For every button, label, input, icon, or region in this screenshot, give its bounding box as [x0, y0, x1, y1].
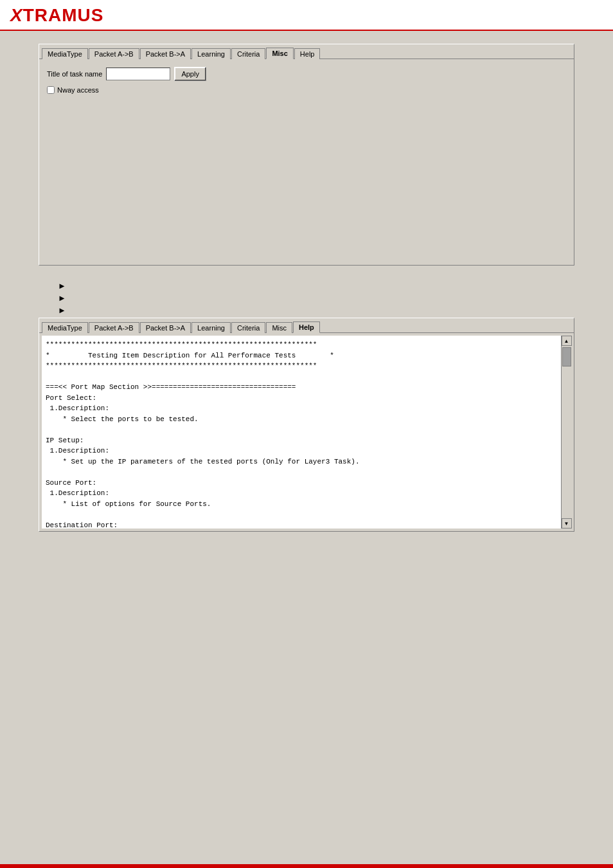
bottom-panel: MediaType Packet A->B Packet B->A Learni…: [39, 318, 574, 532]
nway-checkbox[interactable]: [47, 86, 55, 94]
tab-criteria-top[interactable]: Criteria: [231, 48, 265, 59]
help-content: ****************************************…: [46, 339, 557, 529]
logo-rest: TRAMUS: [23, 5, 104, 25]
help-text-area[interactable]: ****************************************…: [42, 336, 561, 529]
nway-row: Nway access: [47, 86, 566, 94]
tab-learning-top[interactable]: Learning: [191, 48, 231, 59]
title-label: Title of task name: [47, 70, 102, 78]
arrow-1: ►: [58, 281, 555, 291]
footer-bar: [0, 864, 613, 868]
apply-button[interactable]: Apply: [174, 67, 206, 81]
tab-learning-bottom[interactable]: Learning: [191, 322, 231, 333]
top-tab-bar: MediaType Packet A->B Packet B->A Learni…: [39, 44, 574, 59]
title-input[interactable]: [106, 68, 170, 80]
arrow-2: ►: [58, 293, 555, 303]
scrollbar-track: ▲ ▼: [561, 336, 571, 529]
tab-packet-ba-bottom[interactable]: Packet B->A: [140, 322, 191, 333]
bottom-tab-bar: MediaType Packet A->B Packet B->A Learni…: [39, 318, 574, 333]
arrow-3: ►: [58, 305, 555, 315]
help-scroll-container: ****************************************…: [42, 336, 571, 529]
main-content: MediaType Packet A->B Packet B->A Learni…: [0, 31, 613, 557]
top-panel-body: Title of task name Apply Nway access: [39, 59, 574, 265]
tab-misc-top[interactable]: Misc: [266, 48, 293, 59]
title-row: Title of task name Apply: [47, 67, 566, 81]
scroll-up-btn[interactable]: ▲: [562, 336, 572, 346]
tab-packet-ba-top[interactable]: Packet B->A: [140, 48, 191, 59]
tab-packet-ab-top[interactable]: Packet A->B: [89, 48, 139, 59]
tab-mediatype-bottom[interactable]: MediaType: [42, 322, 88, 333]
scroll-thumb[interactable]: [562, 347, 571, 366]
bottom-panel-body: ****************************************…: [39, 333, 574, 531]
tab-criteria-bottom[interactable]: Criteria: [231, 322, 265, 333]
scroll-down-btn[interactable]: ▼: [562, 518, 572, 529]
arrows-section: ► ► ►: [39, 278, 574, 318]
tab-packet-ab-bottom[interactable]: Packet A->B: [89, 322, 139, 333]
tab-help-top[interactable]: Help: [294, 48, 321, 59]
tab-mediatype-top[interactable]: MediaType: [42, 48, 88, 59]
nway-label: Nway access: [57, 86, 99, 94]
logo: XTRAMUS: [10, 5, 103, 26]
tab-misc-bottom[interactable]: Misc: [266, 322, 292, 333]
tab-help-bottom[interactable]: Help: [293, 321, 320, 333]
top-panel: MediaType Packet A->B Packet B->A Learni…: [39, 44, 574, 266]
logo-x: X: [10, 5, 23, 25]
header: XTRAMUS: [0, 0, 613, 31]
